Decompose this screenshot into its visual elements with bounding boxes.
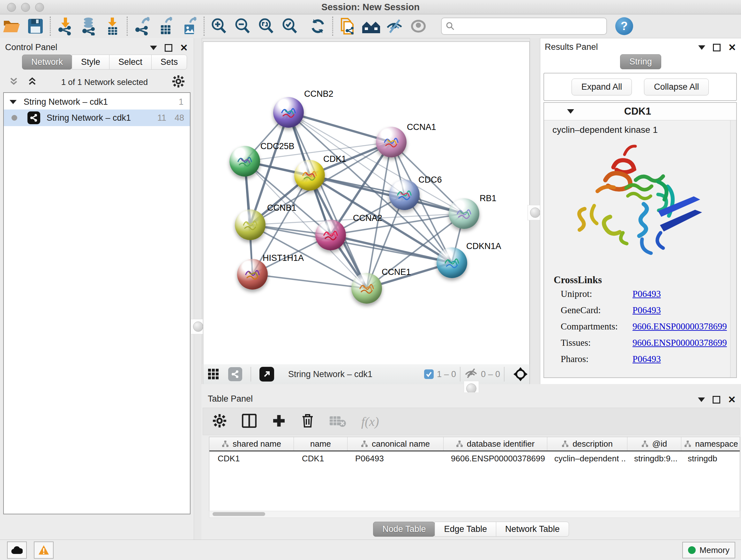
table-cell[interactable]: 9606.ENSP00000378699 bbox=[443, 451, 546, 465]
node-RB1[interactable] bbox=[449, 198, 479, 229]
node-CDKN1A[interactable] bbox=[436, 247, 467, 278]
show-all-eye-icon[interactable] bbox=[407, 16, 430, 37]
show-columns-icon[interactable] bbox=[242, 414, 257, 429]
tab-edge-table[interactable]: Edge Table bbox=[434, 522, 496, 537]
collection-expand-icon[interactable] bbox=[10, 100, 17, 104]
export-table-button[interactable] bbox=[154, 16, 178, 37]
column-header-database-identifier[interactable]: database identifier bbox=[444, 437, 547, 450]
float-panel-icon[interactable] bbox=[713, 44, 721, 51]
column-header-@id[interactable]: @id bbox=[627, 437, 681, 450]
tab-select[interactable]: Select bbox=[109, 55, 151, 70]
export-image-button[interactable] bbox=[178, 16, 201, 37]
zoom-in-button[interactable] bbox=[207, 16, 231, 37]
hide-selected-eye-icon[interactable] bbox=[383, 16, 407, 37]
crosslink-link[interactable]: 9606.ENSP00000378699 bbox=[632, 321, 727, 332]
tab-sets[interactable]: Sets bbox=[151, 55, 187, 70]
collapse-all-button[interactable]: Collapse All bbox=[644, 78, 709, 96]
node-CDC6[interactable] bbox=[389, 179, 420, 210]
expand-all-icon[interactable] bbox=[27, 77, 37, 87]
node-CCNE1[interactable] bbox=[351, 273, 382, 304]
tab-network[interactable]: Network bbox=[22, 55, 72, 70]
column-header-shared-name[interactable]: shared name bbox=[209, 437, 294, 450]
grid-view-icon[interactable] bbox=[208, 368, 219, 380]
node-CDK1[interactable] bbox=[294, 160, 325, 191]
left-splitter[interactable] bbox=[194, 38, 202, 540]
column-header-namespace[interactable]: namespace bbox=[681, 437, 740, 450]
float-panel-icon[interactable] bbox=[713, 396, 720, 403]
network-collection-row[interactable]: String Network – cdk1 1 bbox=[4, 93, 190, 110]
expand-all-button[interactable]: Expand All bbox=[571, 78, 632, 96]
open-session-button[interactable] bbox=[0, 16, 23, 37]
results-scrollbar[interactable] bbox=[730, 120, 736, 377]
birdseye-crosshair-icon[interactable] bbox=[513, 367, 528, 382]
help-button[interactable]: ? bbox=[615, 17, 633, 35]
right-splitter[interactable] bbox=[530, 38, 541, 384]
import-table-file-button[interactable] bbox=[100, 16, 124, 37]
node-CCNA1[interactable] bbox=[376, 127, 407, 158]
crosslink-link[interactable]: 9606.ENSP00000378699 bbox=[632, 337, 727, 348]
zoom-fit-button[interactable] bbox=[254, 16, 278, 37]
table-cell[interactable]: stringdb bbox=[679, 451, 739, 465]
node-CCNA2[interactable] bbox=[315, 220, 346, 250]
splitter-handle[interactable] bbox=[530, 207, 540, 218]
refresh-button[interactable] bbox=[306, 16, 330, 37]
tab-style[interactable]: Style bbox=[72, 55, 110, 70]
add-column-icon[interactable] bbox=[272, 414, 286, 429]
export-network-button[interactable] bbox=[130, 16, 154, 37]
bottom-splitter[interactable] bbox=[201, 384, 741, 392]
column-header-name[interactable]: name bbox=[294, 437, 347, 450]
collapse-panel-icon[interactable] bbox=[698, 397, 705, 402]
crosslink-link[interactable]: P06493 bbox=[632, 289, 661, 299]
zoom-out-button[interactable] bbox=[231, 16, 254, 37]
column-header-description[interactable]: description bbox=[547, 437, 627, 450]
save-session-button[interactable] bbox=[23, 16, 47, 37]
splitter-handle[interactable] bbox=[193, 321, 203, 332]
selected-checkbox-icon[interactable] bbox=[424, 369, 434, 379]
float-panel-icon[interactable] bbox=[165, 44, 172, 52]
close-panel-icon[interactable]: ✕ bbox=[728, 43, 736, 52]
collapse-panel-icon[interactable] bbox=[150, 46, 157, 50]
close-panel-icon[interactable]: ✕ bbox=[728, 395, 736, 405]
crosslink-link[interactable]: P06493 bbox=[632, 354, 661, 364]
tab-node-table[interactable]: Node Table bbox=[373, 522, 435, 537]
table-cell[interactable]: CDK1 bbox=[209, 451, 293, 465]
table-cell[interactable]: P06493 bbox=[347, 451, 443, 465]
memory-button[interactable]: Memory bbox=[682, 542, 735, 558]
network-row-selected[interactable]: String Network – cdk1 1148 bbox=[4, 110, 190, 126]
import-network-database-button[interactable] bbox=[77, 16, 100, 37]
delete-column-trash-icon[interactable] bbox=[301, 414, 314, 429]
clone-network-button[interactable] bbox=[336, 16, 359, 37]
tab-string[interactable]: String bbox=[620, 54, 661, 69]
network-canvas[interactable]: CCNB2CCNA1CDC25BCDK1CDC6RB1CCNB1CCNA2CDK… bbox=[203, 42, 530, 365]
edge-HIST1H1A-CCNE1[interactable] bbox=[253, 274, 367, 288]
node-CCNB1[interactable] bbox=[235, 209, 266, 240]
collapse-all-icon[interactable] bbox=[9, 77, 18, 87]
warning-status-button[interactable] bbox=[34, 542, 54, 559]
table-cell[interactable]: cyclin–dependent ... bbox=[546, 451, 626, 465]
crosslink-link[interactable]: P06493 bbox=[632, 305, 661, 315]
table-row[interactable]: CDK1CDK1P064939606.ENSP00000378699cyclin… bbox=[209, 451, 740, 465]
network-options-gear-icon[interactable] bbox=[172, 75, 185, 89]
scrollbar-thumb[interactable] bbox=[212, 512, 265, 516]
table-cell[interactable]: stringdb:9... bbox=[626, 451, 679, 465]
import-network-file-button[interactable] bbox=[53, 16, 77, 37]
cloud-status-button[interactable] bbox=[7, 542, 27, 559]
open-in-new-window-icon[interactable] bbox=[259, 367, 274, 381]
node-CCNB2[interactable] bbox=[273, 97, 304, 128]
table-options-gear-icon[interactable] bbox=[212, 414, 226, 429]
node-HIST1H1A[interactable] bbox=[237, 259, 268, 290]
zoom-selected-button[interactable] bbox=[278, 16, 301, 37]
column-header-canonical-name[interactable]: canonical name bbox=[347, 437, 444, 450]
collapse-panel-icon[interactable] bbox=[698, 45, 705, 50]
home-button[interactable] bbox=[359, 16, 383, 37]
hidden-eye-icon[interactable] bbox=[464, 368, 478, 381]
search-input[interactable] bbox=[458, 21, 603, 32]
section-header[interactable]: CDK1 bbox=[544, 103, 736, 120]
section-collapse-icon[interactable] bbox=[567, 109, 574, 114]
table-horizontal-scrollbar[interactable] bbox=[209, 511, 740, 518]
node-CDC25B[interactable] bbox=[229, 146, 260, 177]
tab-network-table[interactable]: Network Table bbox=[496, 522, 569, 537]
network-share-icon[interactable] bbox=[228, 367, 242, 381]
close-panel-icon[interactable]: ✕ bbox=[180, 43, 188, 53]
table-cell[interactable]: CDK1 bbox=[293, 451, 347, 465]
